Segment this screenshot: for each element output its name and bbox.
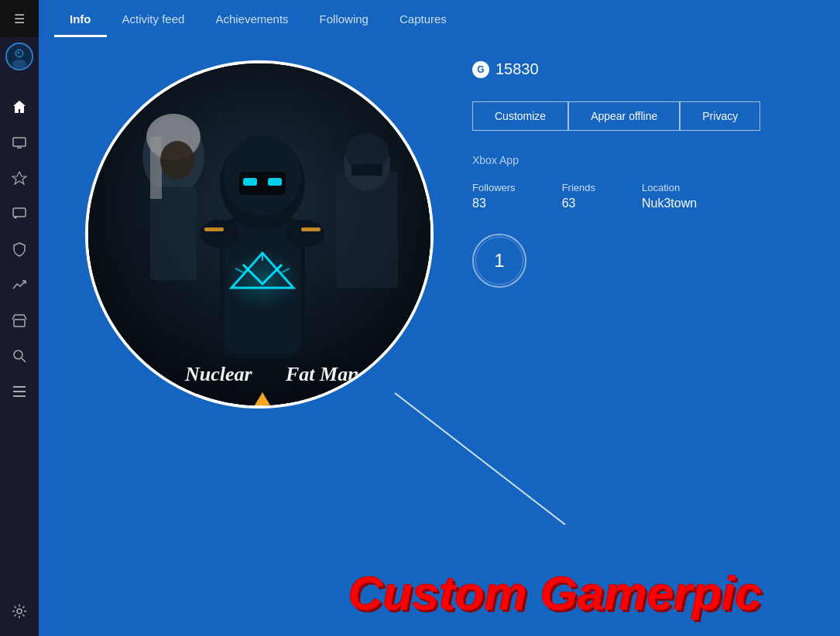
svg-text:Nuclear: Nuclear	[184, 363, 253, 385]
svg-point-3	[17, 51, 22, 56]
svg-line-44	[395, 393, 565, 525]
gamerscore-icon: G	[472, 61, 489, 78]
sidebar-item-home[interactable]	[0, 90, 39, 124]
privacy-button[interactable]: Privacy	[680, 101, 760, 131]
user-avatar[interactable]	[0, 37, 39, 76]
lfg-icon	[12, 384, 27, 399]
appear-offline-button[interactable]: Appear offline	[568, 101, 680, 131]
sidebar-item-tv[interactable]	[0, 125, 39, 159]
followers-value: 83	[472, 197, 516, 210]
chat-icon	[12, 206, 27, 221]
tab-nav: Info Activity feed Achievements Followin…	[39, 0, 840, 37]
info-panel: G 15830 Customize Appear offline Privacy…	[472, 53, 825, 288]
settings-button[interactable]	[0, 594, 39, 628]
stat-friends: Friends 63	[562, 182, 595, 210]
tab-achievements[interactable]: Achievements	[200, 3, 303, 37]
level-badge: 1	[472, 234, 526, 288]
svg-rect-24	[351, 164, 382, 176]
svg-point-20	[160, 141, 194, 180]
sidebar-item-achievements[interactable]	[0, 161, 39, 195]
svg-rect-8	[14, 320, 25, 327]
sidebar-item-club[interactable]	[0, 232, 39, 266]
avatar-circle	[5, 43, 33, 70]
tab-info[interactable]: Info	[54, 3, 107, 37]
stats-row: Followers 83 Friends 63 Location Nuk3tow…	[472, 182, 825, 210]
sidebar-item-search[interactable]	[0, 339, 39, 373]
stat-followers: Followers 83	[472, 182, 516, 210]
sidebar-item-social[interactable]	[0, 197, 39, 231]
avatar-image	[7, 44, 32, 69]
svg-rect-13	[13, 395, 26, 397]
store-icon	[12, 313, 27, 328]
hamburger-icon: ☰	[14, 12, 25, 26]
home-icon	[12, 99, 27, 115]
profile-image-area: Nuclear Fat Man	[39, 37, 457, 636]
sidebar-nav	[0, 82, 39, 594]
svg-text:Fat Man: Fat Man	[285, 363, 359, 385]
gear-icon	[12, 604, 27, 619]
svg-rect-17	[150, 187, 197, 280]
gamerscore-value: 15830	[495, 60, 539, 78]
svg-point-9	[14, 350, 22, 359]
app-label: Xbox App	[472, 154, 825, 166]
gamerpic-artwork: Nuclear Fat Man	[88, 63, 434, 409]
gamerpic-circle[interactable]: Nuclear Fat Man	[85, 60, 434, 409]
svg-rect-33	[268, 178, 282, 186]
friends-value: 63	[562, 197, 595, 210]
custom-gamerpic-label: Custom Gamerpic	[348, 566, 762, 621]
svg-rect-19	[150, 137, 162, 199]
shield-icon	[12, 241, 27, 257]
svg-point-28	[286, 220, 324, 248]
svg-point-14	[17, 609, 22, 614]
trophy-icon	[12, 170, 27, 186]
tab-captures[interactable]: Captures	[384, 3, 462, 37]
stat-location: Location Nuk3town	[642, 182, 697, 210]
sidebar-item-trending[interactable]	[0, 268, 39, 302]
svg-line-10	[22, 358, 26, 362]
tab-following[interactable]: Following	[304, 3, 384, 37]
svg-point-27	[201, 220, 239, 248]
location-label: Location	[642, 182, 697, 193]
gamerpic-inner: Nuclear Fat Man	[88, 63, 430, 405]
svg-rect-11	[13, 386, 26, 388]
sidebar: ☰	[0, 0, 39, 636]
location-value: Nuk3town	[642, 197, 697, 210]
action-buttons: Customize Appear offline Privacy	[472, 101, 825, 131]
tv-icon	[12, 135, 27, 150]
search-icon	[12, 348, 27, 364]
trending-icon	[12, 277, 27, 292]
svg-point-2	[12, 60, 26, 69]
customize-button[interactable]: Customize	[472, 101, 568, 131]
gamerscore-row: G 15830	[472, 60, 825, 78]
svg-point-4	[18, 52, 19, 53]
followers-label: Followers	[472, 182, 516, 193]
content-area: Nuclear Fat Man G 15830 Cu	[39, 37, 840, 636]
svg-rect-39	[204, 227, 224, 231]
main-content: Info Activity feed Achievements Followin…	[39, 0, 840, 636]
tab-activity-feed[interactable]: Activity feed	[107, 3, 201, 37]
friends-label: Friends	[562, 182, 595, 193]
sidebar-item-lfg[interactable]	[0, 374, 39, 409]
svg-rect-40	[301, 227, 321, 231]
svg-rect-32	[243, 178, 257, 186]
hamburger-menu[interactable]: ☰	[0, 0, 39, 37]
svg-rect-5	[13, 138, 26, 146]
sidebar-item-store[interactable]	[0, 303, 39, 337]
svg-rect-7	[13, 208, 26, 217]
svg-rect-12	[13, 391, 26, 392]
level-number: 1	[494, 250, 504, 272]
